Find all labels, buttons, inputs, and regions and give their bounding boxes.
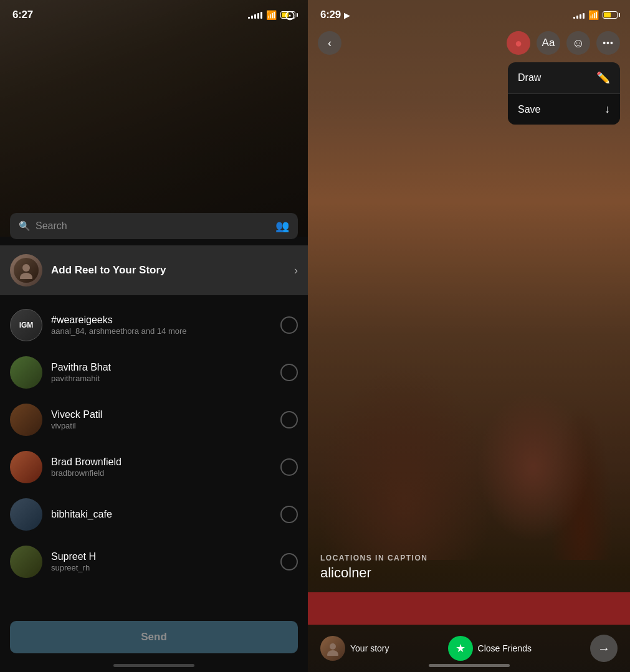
your-story-button[interactable]: Your story [320,636,389,661]
avatar [10,404,42,436]
search-placeholder[interactable]: Search [36,220,270,232]
red-bar [308,592,630,625]
contact-info: bibhitaki_cafe [51,509,272,520]
right-status-bar: 6:29 ▶ 📶 [308,0,630,26]
chevron-right-icon: › [294,264,298,277]
contact-name: bibhitaki_cafe [51,509,272,520]
avatar: iGM [10,309,42,341]
right-spacer [308,125,630,547]
save-label: Save [518,104,540,115]
close-friends-button[interactable]: ★ Close Friends [448,636,532,661]
svg-point-3 [327,650,338,656]
contact-checkbox[interactable] [280,364,298,381]
contact-name: Pavithra Bhat [51,362,272,373]
more-button[interactable]: ••• [596,31,620,55]
avatar [10,546,42,578]
list-item[interactable]: Supreet H supreet_rh [0,538,308,585]
color-circle-icon: ● [515,36,522,50]
close-friends-label: Close Friends [478,643,532,653]
search-icon: 🔍 [19,220,31,232]
contact-checkbox[interactable] [280,316,298,334]
avatar [10,498,42,531]
svg-point-1 [20,273,32,279]
add-reel-avatar [10,254,42,286]
list-item[interactable]: iGM #weareigeeks aanal_84, arshmeethora … [0,301,308,349]
contact-info: Supreet H supreet_rh [51,551,272,572]
sticker-icon: ☺ [572,36,585,50]
contact-list: iGM #weareigeeks aanal_84, arshmeethora … [0,301,308,585]
save-menu-item[interactable]: Save ↓ [508,94,620,125]
contact-info: #weareigeeks aanal_84, arshmeethora and … [51,315,272,336]
left-content: 🔍 Search 👥 Add Reel to Your Story › [0,213,308,672]
color-picker-button[interactable]: ● [507,31,530,55]
caption-area: LOCATIONS IN CAPTION alicolner [308,547,630,587]
contact-sub: aanal_84, arshmeethora and 14 more [51,326,272,336]
sticker-button[interactable]: ☺ [566,31,590,55]
list-item[interactable]: Pavithra Bhat pavithramahit [0,349,308,396]
svg-point-0 [22,264,30,272]
camera-button[interactable]: ⊙ [284,7,295,24]
contact-sub: bradbrownfield [51,468,272,478]
contact-name: Supreet H [51,551,272,562]
more-icon: ••• [603,38,614,48]
signal-bars-icon [248,11,262,19]
right-status-icons: 📶 [573,10,618,20]
contact-name: Brad Brownfield [51,457,272,468]
location-in-caption-label: LOCATIONS IN CAPTION [320,554,618,562]
location-arrow-icon: ▶ [344,11,350,20]
wifi-icon: 📶 [266,10,277,20]
your-story-label: Your story [350,643,389,653]
your-story-avatar-icon [325,641,340,656]
avatar [10,356,42,389]
add-friends-icon[interactable]: 👥 [275,219,289,233]
wifi-icon: 📶 [588,10,599,20]
add-reel-avatar-inner [14,258,39,283]
toolbar-right-buttons: ● Aa ☺ ••• [507,31,620,55]
add-reel-row[interactable]: Add Reel to Your Story › [0,245,308,295]
add-reel-label: Add Reel to Your Story [51,264,285,277]
text-icon: Aa [542,37,555,49]
contact-checkbox[interactable] [280,553,298,570]
list-item[interactable]: Brad Brownfield bradbrownfield [0,443,308,491]
caption-text: alicolner [320,565,618,581]
dropdown-menu: Draw ✏️ Save ↓ [508,62,620,125]
signal-bars-icon [573,11,585,19]
left-status-bar: 6:27 📶 [0,0,308,26]
left-panel: 6:27 📶 ⊙ 🔍 Search 👥 [0,0,308,672]
contact-info: Pavithra Bhat pavithramahit [51,362,272,383]
contact-name: #weareigeeks [51,315,272,326]
draw-icon: ✏️ [596,71,610,85]
contact-sub: pavithramahit [51,374,272,383]
right-home-indicator [429,664,510,667]
contact-sub: vivpatil [51,421,272,430]
text-button[interactable]: Aa [537,31,560,55]
contact-checkbox[interactable] [280,411,298,428]
your-story-avatar [320,636,345,661]
person-icon [17,262,35,279]
right-time-location: 6:29 ▶ [320,9,350,21]
list-item[interactable]: Viveck Patil vivpatil [0,396,308,443]
list-item[interactable]: bibhitaki_cafe [0,491,308,538]
right-time: 6:29 [320,9,341,21]
save-icon: ↓ [604,103,610,116]
contact-name: Viveck Patil [51,409,272,420]
story-next-button[interactable]: → [590,635,618,662]
contact-info: Viveck Patil vivpatil [51,409,272,430]
story-toolbar: ‹ ● Aa ☺ ••• [308,26,630,60]
search-bar[interactable]: 🔍 Search 👥 [10,213,298,239]
right-panel: 6:29 ▶ 📶 ‹ ● Aa ☺ [308,0,630,672]
svg-point-2 [330,643,336,650]
next-arrow-icon: → [598,641,610,656]
avatar-text: iGM [19,321,34,329]
battery-icon [603,11,618,19]
close-friends-icon: ★ [448,636,473,661]
avatar [10,451,42,483]
contact-checkbox[interactable] [280,458,298,476]
battery-fill [604,12,611,17]
draw-label: Draw [518,72,541,83]
contact-checkbox[interactable] [280,506,298,523]
draw-menu-item[interactable]: Draw ✏️ [508,62,620,94]
contact-sub: supreet_rh [51,563,272,572]
left-time: 6:27 [12,9,33,21]
back-button[interactable]: ‹ [318,31,341,55]
